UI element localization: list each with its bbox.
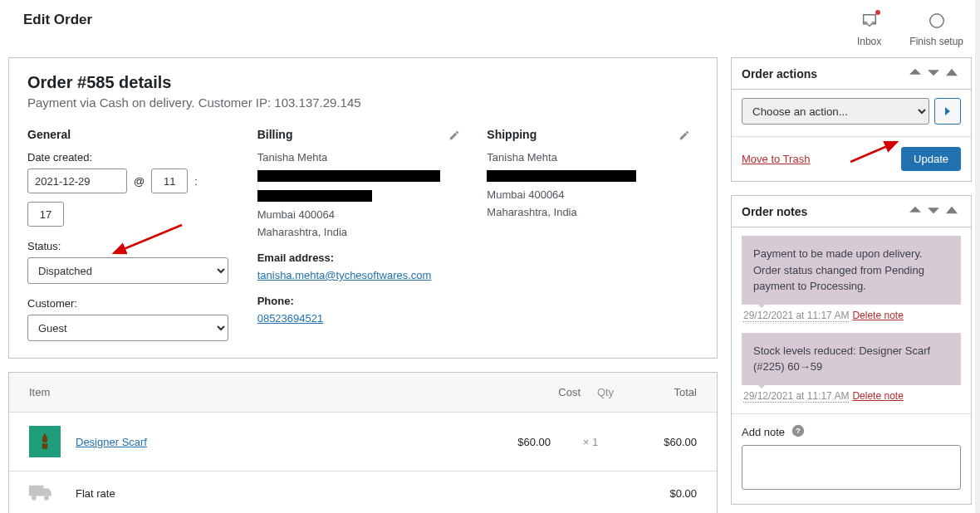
note-meta: 29/12/2021 at 11:17 AMDelete note	[743, 390, 961, 402]
move-to-trash-link[interactable]: Move to Trash	[742, 153, 810, 165]
order-details-panel: Order #585 details Payment via Cash on d…	[8, 57, 718, 359]
billing-heading: Billing	[257, 128, 469, 141]
svg-point-0	[929, 14, 943, 28]
triangle-up-icon[interactable]	[943, 65, 961, 82]
redacted-line	[257, 190, 372, 202]
table-row: Designer Scarf $60.00 × 1 $60.00	[9, 413, 717, 471]
scrollbar-track	[975, 0, 980, 513]
order-actions-panel: Order actions Choose an action... Move t…	[731, 57, 972, 182]
apply-action-button[interactable]	[934, 98, 961, 125]
col-item: Item	[29, 386, 522, 398]
order-note: Stock levels reduced: Designer Scarf (#2…	[742, 333, 961, 385]
date-input[interactable]	[27, 169, 127, 193]
edit-billing-button[interactable]	[448, 129, 460, 141]
col-total: Total	[630, 386, 697, 398]
chevron-up-icon[interactable]	[906, 203, 924, 220]
item-cost: $60.00	[492, 436, 551, 448]
shipping-heading: Shipping	[487, 128, 698, 141]
chevron-down-icon[interactable]	[924, 65, 943, 82]
delete-note-link[interactable]: Delete note	[852, 310, 903, 321]
redacted-line	[487, 170, 636, 182]
phone-label: Phone:	[257, 295, 469, 307]
inbox-button[interactable]: Inbox	[857, 12, 881, 47]
order-items-panel: Item Cost Qty Total Designer Scarf $60.0…	[8, 372, 718, 513]
col-qty: Qty	[581, 386, 630, 398]
edit-shipping-button[interactable]	[679, 129, 690, 141]
add-note-textarea[interactable]	[742, 445, 961, 490]
customer-select[interactable]: Guest	[27, 315, 228, 341]
finish-setup-button[interactable]: Finish setup	[909, 12, 963, 47]
col-cost: Cost	[522, 386, 581, 398]
update-button[interactable]: Update	[901, 147, 961, 171]
shipping-name: Tanisha Mehta	[487, 151, 698, 164]
finish-setup-label: Finish setup	[909, 36, 963, 47]
shipping-state: Maharashtra, India	[487, 206, 698, 218]
inbox-icon	[860, 12, 879, 32]
minute-input[interactable]	[27, 202, 64, 227]
status-select[interactable]: Dispatched	[27, 257, 228, 284]
date-created-label: Date created:	[27, 151, 239, 164]
billing-state: Maharashtra, India	[257, 226, 469, 238]
order-action-select[interactable]: Choose an action...	[742, 98, 929, 125]
shipping-row: Flat rate $0.00	[9, 471, 717, 513]
billing-email-link[interactable]: tanisha.mehta@tychesoftwares.com	[257, 269, 469, 281]
item-total: $60.00	[630, 436, 697, 448]
time-colon: :	[194, 175, 198, 188]
triangle-up-icon[interactable]	[943, 203, 961, 220]
general-heading: General	[27, 128, 239, 141]
shipping-method-name: Flat rate	[76, 487, 478, 500]
truck-icon	[29, 485, 61, 501]
product-thumbnail	[29, 426, 61, 457]
email-label: Email address:	[257, 252, 469, 264]
circle-icon	[928, 12, 946, 32]
order-note: Payment to be made upon delivery. Order …	[742, 236, 961, 305]
product-link[interactable]: Designer Scarf	[76, 436, 147, 448]
redacted-line	[257, 170, 440, 182]
order-subtext: Payment via Cash on delivery. Customer I…	[27, 95, 698, 110]
svg-point-2	[44, 496, 49, 501]
item-qty: × 1	[566, 436, 615, 448]
order-title: Order #585 details	[27, 73, 698, 92]
hour-input[interactable]	[151, 169, 188, 193]
chevron-down-icon[interactable]	[924, 203, 943, 220]
svg-point-1	[32, 496, 37, 501]
delete-note-link[interactable]: Delete note	[852, 390, 903, 402]
inbox-label: Inbox	[857, 36, 881, 47]
at-symbol: @	[134, 175, 145, 188]
order-notes-panel: Order notes Payment to be made upon deli…	[731, 195, 972, 505]
shipping-city: Mumbai 400064	[487, 188, 698, 201]
add-note-label: Add note	[742, 426, 785, 438]
shipping-total: $0.00	[630, 487, 697, 500]
svg-text:?: ?	[796, 426, 801, 435]
note-meta: 29/12/2021 at 11:17 AMDelete note	[743, 310, 961, 321]
order-notes-title: Order notes	[742, 205, 906, 218]
page-title: Edit Order	[23, 12, 92, 28]
billing-phone-link[interactable]: 08523694521	[257, 312, 469, 325]
chevron-up-icon[interactable]	[906, 65, 924, 82]
customer-label: Customer:	[27, 297, 239, 310]
billing-name: Tanisha Mehta	[257, 151, 469, 164]
billing-city: Mumbai 400064	[257, 208, 469, 221]
order-actions-title: Order actions	[742, 67, 906, 81]
help-icon[interactable]: ?	[791, 424, 805, 440]
status-label: Status:	[27, 240, 239, 252]
